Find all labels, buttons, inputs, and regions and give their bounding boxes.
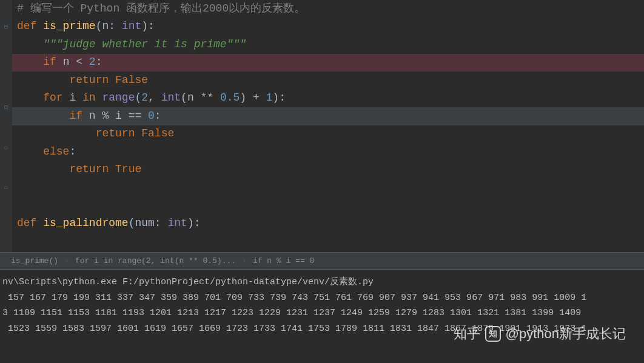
code-line[interactable]: return True [12, 161, 644, 179]
code-token: return False [69, 72, 148, 90]
code-line[interactable]: if n % i == 0: [12, 107, 644, 125]
code-token: ( [135, 89, 141, 107]
fold-icon[interactable]: ⊟ [2, 104, 10, 112]
code-token: return True [69, 161, 141, 179]
code-token: : [96, 53, 102, 72]
code-token: def [17, 18, 43, 36]
code-line[interactable]: return False [12, 72, 644, 90]
code-token: """judge whether it is prime""" [43, 36, 246, 54]
code-line[interactable]: if n < 2: [12, 54, 644, 72]
code-token: in [82, 89, 102, 107]
console-output[interactable]: nv\Scripts\python.exe F:/pythonProject/p… [0, 269, 644, 363]
code-line[interactable]: return False [12, 125, 644, 144]
code-token: 1 [266, 89, 273, 107]
code-token: 0.5 [220, 89, 240, 107]
code-token: int [167, 215, 187, 233]
code-line[interactable]: else: [12, 143, 644, 161]
chevron-right-icon: › [64, 255, 69, 267]
code-token: int [161, 89, 181, 107]
code-line[interactable]: """judge whether it is prime""" [12, 36, 644, 54]
code-token: else [43, 143, 69, 161]
code-token: : [69, 143, 76, 161]
fold-icon[interactable]: ⊟ [2, 24, 10, 31]
breadcrumb-item[interactable]: if n % i == 0 [253, 255, 314, 267]
code-line[interactable]: def is_prime(n: int): [12, 18, 644, 36]
code-editor[interactable]: ⊟⊟⌂⌂ # 编写一个 Python 函数程序，输出2000以内的反素数。def… [0, 0, 644, 252]
breadcrumb-item[interactable]: for i in range(2, int(n ** 0.5)... [75, 255, 236, 267]
code-token: 2 [89, 53, 96, 72]
code-token: if [69, 107, 89, 125]
code-token: (num: [129, 215, 168, 233]
code-token: for [43, 89, 69, 107]
code-token: return False [96, 125, 175, 143]
code-token: range [102, 89, 135, 107]
code-token: i [69, 89, 82, 107]
code-token: ): [141, 18, 155, 36]
fold-icon[interactable]: ⌂ [2, 144, 10, 152]
code-token: : [155, 107, 161, 125]
code-token: n % i == [89, 107, 148, 125]
console-line: nv\Scripts\python.exe F:/pythonProject/p… [2, 275, 642, 290]
code-token: def [17, 215, 43, 233]
code-line[interactable]: for i in range(2, int(n ** 0.5) + 1): [12, 90, 644, 108]
code-token: 2 [141, 89, 148, 107]
code-line[interactable] [12, 197, 644, 215]
code-token: , [148, 89, 161, 107]
code-line[interactable]: # 编写一个 Python 函数程序，输出2000以内的反素数。 [12, 0, 644, 18]
code-token: ): [187, 215, 201, 233]
code-token: (n ** [181, 89, 220, 107]
breadcrumb-item[interactable]: is_prime() [11, 255, 58, 267]
code-line[interactable] [12, 179, 644, 197]
code-token: is_prime [43, 18, 95, 36]
gutter: ⊟⊟⌂⌂ [0, 0, 12, 252]
code-token: # 编写一个 Python 函数程序，输出2000以内的反素数。 [17, 0, 305, 18]
console-line: 157 167 179 199 311 337 347 359 389 701 … [2, 290, 642, 306]
code-token: 0 [148, 107, 155, 125]
chevron-right-icon: › [242, 255, 247, 267]
code-line[interactable]: def is_palindrome(num: int): [12, 215, 644, 233]
breadcrumb[interactable]: is_prime() › for i in range(2, int(n ** … [0, 252, 644, 269]
code-token: ) + [240, 89, 266, 107]
fold-icon[interactable]: ⌂ [2, 184, 10, 191]
code-token: (n: [96, 18, 122, 36]
code-token: ): [272, 89, 286, 107]
console-line: 3 1109 1151 1153 1181 1193 1201 1213 121… [2, 305, 642, 321]
code-token: int [122, 18, 141, 36]
console-line: 1523 1559 1583 1597 1601 1619 1657 1669 … [2, 321, 642, 337]
code-token: n < [63, 53, 89, 72]
code-token: is_palindrome [43, 215, 128, 233]
code-token: if [43, 53, 62, 72]
